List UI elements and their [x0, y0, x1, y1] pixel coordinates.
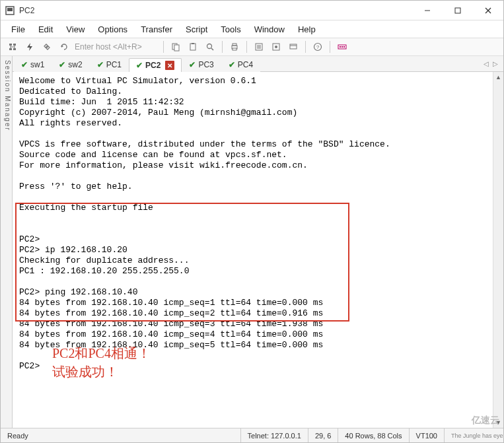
tab-label: PC3 — [198, 60, 213, 69]
svg-marker-14 — [61, 45, 63, 48]
svg-text:?: ? — [316, 44, 320, 50]
maximize-button[interactable] — [443, 1, 473, 20]
host-input[interactable]: Enter host <Alt+R> — [73, 40, 159, 53]
menubar: File Edit View Options Transfer Script T… — [1, 20, 503, 38]
quick-connect-icon[interactable] — [22, 40, 38, 54]
menu-transfer[interactable]: Transfer — [135, 22, 178, 36]
menu-options[interactable]: Options — [92, 22, 133, 36]
svg-rect-22 — [233, 44, 236, 46]
separator — [330, 41, 330, 53]
menu-help[interactable]: Help — [293, 22, 321, 36]
tab-label: PC1 — [106, 60, 122, 69]
svg-rect-9 — [13, 48, 16, 50]
svg-marker-13 — [27, 43, 32, 51]
session-tree-icon[interactable] — [5, 40, 20, 54]
svg-point-19 — [207, 44, 212, 49]
help-icon[interactable]: ? — [310, 40, 326, 54]
check-icon: ✔ — [136, 61, 143, 70]
tab-sw1[interactable]: ✔ sw1 — [14, 57, 52, 72]
close-button[interactable] — [473, 1, 503, 20]
svg-rect-3 — [455, 8, 460, 13]
separator — [246, 41, 247, 53]
scroll-up-icon[interactable]: ▲ — [493, 72, 503, 83]
svg-rect-8 — [9, 48, 12, 50]
tab-pc4[interactable]: ✔ PC4 — [221, 57, 260, 72]
terminal-wrap: Welcome to Virtual PC Simulator, version… — [13, 72, 503, 428]
vertical-scrollbar[interactable]: ▲ ▼ — [493, 72, 503, 428]
tab-pc3[interactable]: ✔ PC3 — [182, 57, 221, 72]
session-icon[interactable] — [285, 40, 301, 54]
check-icon: ✔ — [189, 60, 196, 69]
titlebar: PC2 — [1, 1, 503, 20]
find-icon[interactable] — [202, 40, 218, 54]
disconnect-icon[interactable] — [39, 40, 55, 54]
check-icon: ✔ — [21, 60, 28, 69]
tab-scroll-right-icon[interactable]: ▷ — [493, 60, 498, 67]
svg-rect-17 — [190, 44, 196, 50]
status-connection: Telnet: 127.0.0.1 — [240, 428, 308, 442]
menu-file[interactable]: File — [6, 22, 30, 36]
options-icon[interactable] — [268, 40, 284, 54]
paste-icon[interactable] — [185, 40, 201, 54]
host-placeholder: Enter host <Alt+R> — [75, 42, 142, 51]
menu-view[interactable]: View — [61, 22, 90, 36]
copy-icon[interactable] — [168, 40, 184, 54]
app-icon — [5, 5, 15, 16]
menu-tools[interactable]: Tools — [215, 22, 246, 36]
tabstrip: ✔ sw1 ✔ sw2 ✔ PC1 ✔ PC2 ✕ ✔ PC3 ✔ — [13, 56, 503, 72]
keymap-icon[interactable] — [334, 40, 350, 54]
svg-line-20 — [211, 48, 213, 50]
svg-rect-6 — [9, 44, 12, 46]
toolbar: Enter host <Alt+R> ? — [1, 38, 503, 56]
tab-pc2[interactable]: ✔ PC2 ✕ — [129, 58, 182, 73]
check-icon: ✔ — [97, 60, 104, 69]
properties-icon[interactable] — [251, 40, 267, 54]
tab-scroll-left-icon[interactable]: ◁ — [484, 60, 489, 67]
check-icon: ✔ — [229, 60, 235, 69]
menu-edit[interactable]: Edit — [33, 22, 58, 36]
svg-rect-30 — [290, 44, 297, 49]
svg-rect-37 — [343, 46, 345, 48]
separator — [222, 41, 223, 53]
menu-window[interactable]: Window — [249, 22, 290, 36]
svg-rect-23 — [233, 48, 236, 50]
separator — [163, 41, 164, 53]
svg-rect-18 — [192, 43, 194, 44]
tab-sw2[interactable]: ✔ sw2 — [52, 57, 89, 72]
tab-label: sw2 — [68, 60, 82, 69]
content-row: Session Manager ✔ sw1 ✔ sw2 ✔ PC1 ✔ PC2 … — [1, 56, 503, 428]
svg-rect-35 — [340, 46, 341, 48]
print-icon[interactable] — [227, 40, 242, 54]
tab-label: PC4 — [238, 60, 253, 69]
reconnect-icon[interactable] — [56, 40, 72, 54]
window-title: PC2 — [19, 6, 34, 15]
minimize-button[interactable] — [412, 1, 443, 20]
scroll-down-icon[interactable]: ▼ — [493, 417, 503, 428]
terminal[interactable]: Welcome to Virtual PC Simulator, version… — [17, 76, 499, 424]
svg-point-29 — [275, 46, 277, 48]
status-term: VT100 — [409, 428, 444, 442]
session-manager-panel[interactable]: Session Manager — [1, 56, 13, 428]
status-ready: Ready — [1, 428, 35, 442]
statusbar: Ready Telnet: 127.0.0.1 29, 6 40 Rows, 8… — [1, 428, 503, 442]
check-icon: ✔ — [59, 60, 65, 69]
svg-rect-36 — [342, 46, 343, 48]
separator — [305, 41, 306, 53]
svg-rect-7 — [13, 44, 16, 46]
window-buttons — [412, 1, 503, 20]
status-extra: The Jungle has eye — [444, 428, 503, 442]
main-area: ✔ sw1 ✔ sw2 ✔ PC1 ✔ PC2 ✕ ✔ PC3 ✔ — [13, 56, 503, 428]
tab-label: sw1 — [30, 60, 44, 69]
svg-rect-1 — [7, 8, 13, 11]
tab-close-icon[interactable]: ✕ — [165, 61, 174, 70]
tab-label: PC2 — [145, 61, 161, 70]
tab-scroll: ◁ ▷ — [484, 60, 503, 67]
svg-rect-16 — [174, 45, 179, 51]
status-size: 40 Rows, 88 Cols — [338, 428, 408, 442]
menu-script[interactable]: Script — [180, 22, 213, 36]
tab-pc1[interactable]: ✔ PC1 — [90, 57, 129, 72]
status-cursor: 29, 6 — [308, 428, 338, 442]
